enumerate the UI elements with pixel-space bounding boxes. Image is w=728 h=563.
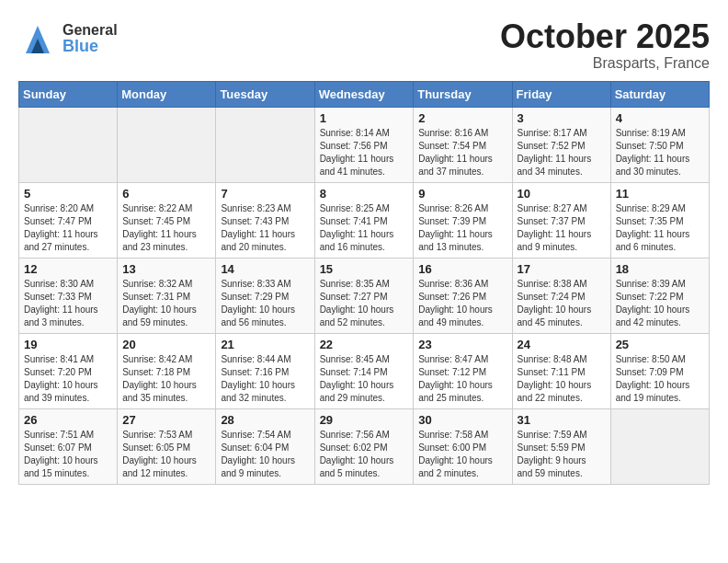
day-number: 26: [24, 413, 112, 427]
day-number: 9: [418, 187, 506, 201]
day-number: 31: [518, 413, 606, 427]
day-number: 28: [221, 413, 309, 427]
day-info: Sunrise: 8:14 AM Sunset: 7:56 PM Dayligh…: [320, 127, 409, 178]
calendar-cell: 10Sunrise: 8:27 AM Sunset: 7:37 PM Dayli…: [512, 182, 610, 258]
day-info: Sunrise: 8:39 AM Sunset: 7:22 PM Dayligh…: [616, 278, 704, 329]
day-info: Sunrise: 8:44 AM Sunset: 7:16 PM Dayligh…: [221, 353, 309, 405]
day-info: Sunrise: 8:47 AM Sunset: 7:12 PM Dayligh…: [418, 353, 506, 405]
calendar-cell: 13Sunrise: 8:32 AM Sunset: 7:31 PM Dayli…: [118, 258, 216, 333]
day-number: 3: [518, 111, 606, 125]
calendar-cell: 1Sunrise: 8:14 AM Sunset: 7:56 PM Daylig…: [314, 107, 414, 182]
calendar-cell: 22Sunrise: 8:45 AM Sunset: 7:14 PM Dayli…: [314, 333, 414, 408]
day-number: 7: [221, 187, 309, 201]
title-block: October 2025 Brasparts, France: [500, 18, 710, 72]
day-info: Sunrise: 7:51 AM Sunset: 6:07 PM Dayligh…: [24, 429, 112, 480]
day-info: Sunrise: 7:54 AM Sunset: 6:04 PM Dayligh…: [221, 429, 309, 480]
calendar-cell: 21Sunrise: 8:44 AM Sunset: 7:16 PM Dayli…: [216, 333, 314, 408]
weekday-header: Sunday: [19, 81, 118, 107]
calendar-cell: [216, 107, 314, 182]
weekday-header-row: SundayMondayTuesdayWednesdayThursdayFrid…: [19, 81, 710, 107]
day-info: Sunrise: 8:17 AM Sunset: 7:52 PM Dayligh…: [518, 127, 606, 178]
day-number: 22: [320, 338, 409, 351]
day-number: 16: [418, 262, 506, 276]
day-info: Sunrise: 8:38 AM Sunset: 7:24 PM Dayligh…: [518, 278, 606, 329]
calendar-cell: 30Sunrise: 7:58 AM Sunset: 6:00 PM Dayli…: [414, 408, 512, 484]
day-info: Sunrise: 8:22 AM Sunset: 7:45 PM Dayligh…: [122, 202, 210, 254]
day-info: Sunrise: 8:36 AM Sunset: 7:26 PM Dayligh…: [418, 278, 506, 329]
day-info: Sunrise: 8:35 AM Sunset: 7:27 PM Dayligh…: [320, 278, 409, 329]
calendar-week-row: 19Sunrise: 8:41 AM Sunset: 7:20 PM Dayli…: [19, 333, 710, 408]
calendar-cell: 16Sunrise: 8:36 AM Sunset: 7:26 PM Dayli…: [414, 258, 512, 333]
calendar-cell: 17Sunrise: 8:38 AM Sunset: 7:24 PM Dayli…: [512, 258, 610, 333]
logo-text: General Blue: [63, 23, 118, 54]
day-number: 17: [518, 262, 606, 276]
calendar-week-row: 5Sunrise: 8:20 AM Sunset: 7:47 PM Daylig…: [19, 182, 710, 258]
day-number: 20: [122, 338, 210, 351]
day-number: 1: [320, 111, 409, 125]
calendar-cell: [19, 107, 118, 182]
day-number: 14: [221, 262, 309, 276]
day-number: 25: [616, 338, 704, 351]
day-info: Sunrise: 8:27 AM Sunset: 7:37 PM Dayligh…: [518, 202, 606, 254]
calendar-cell: 25Sunrise: 8:50 AM Sunset: 7:09 PM Dayli…: [610, 333, 709, 408]
day-number: 19: [24, 338, 112, 351]
calendar-cell: 6Sunrise: 8:22 AM Sunset: 7:45 PM Daylig…: [118, 182, 216, 258]
calendar-week-row: 12Sunrise: 8:30 AM Sunset: 7:33 PM Dayli…: [19, 258, 710, 333]
day-number: 15: [320, 262, 409, 276]
calendar-cell: [118, 107, 216, 182]
day-number: 21: [221, 338, 309, 351]
calendar-cell: 11Sunrise: 8:29 AM Sunset: 7:35 PM Dayli…: [610, 182, 709, 258]
day-info: Sunrise: 8:42 AM Sunset: 7:18 PM Dayligh…: [122, 353, 210, 405]
month-title: October 2025: [500, 18, 710, 55]
weekday-header: Friday: [512, 81, 610, 107]
day-number: 29: [320, 413, 409, 427]
day-info: Sunrise: 8:23 AM Sunset: 7:43 PM Dayligh…: [221, 202, 309, 254]
page-header: General Blue October 2025 Brasparts, Fra…: [18, 18, 710, 72]
calendar-cell: 15Sunrise: 8:35 AM Sunset: 7:27 PM Dayli…: [314, 258, 414, 333]
day-number: 30: [418, 413, 506, 427]
calendar-cell: 14Sunrise: 8:33 AM Sunset: 7:29 PM Dayli…: [216, 258, 314, 333]
logo-general: General: [63, 23, 118, 38]
day-info: Sunrise: 8:41 AM Sunset: 7:20 PM Dayligh…: [24, 353, 112, 405]
day-number: 27: [122, 413, 210, 427]
calendar-cell: [610, 408, 709, 484]
calendar-cell: 20Sunrise: 8:42 AM Sunset: 7:18 PM Dayli…: [118, 333, 216, 408]
weekday-header: Saturday: [610, 81, 709, 107]
day-number: 23: [418, 338, 506, 351]
day-number: 11: [616, 187, 704, 201]
calendar-cell: 23Sunrise: 8:47 AM Sunset: 7:12 PM Dayli…: [414, 333, 512, 408]
day-info: Sunrise: 8:29 AM Sunset: 7:35 PM Dayligh…: [616, 202, 704, 254]
day-info: Sunrise: 8:50 AM Sunset: 7:09 PM Dayligh…: [616, 353, 704, 405]
calendar-table: SundayMondayTuesdayWednesdayThursdayFrid…: [18, 81, 710, 485]
day-info: Sunrise: 8:16 AM Sunset: 7:54 PM Dayligh…: [418, 127, 506, 178]
weekday-header: Thursday: [414, 81, 512, 107]
day-number: 12: [24, 262, 112, 276]
day-info: Sunrise: 8:19 AM Sunset: 7:50 PM Dayligh…: [616, 127, 704, 178]
calendar-cell: 7Sunrise: 8:23 AM Sunset: 7:43 PM Daylig…: [216, 182, 314, 258]
day-info: Sunrise: 7:56 AM Sunset: 6:02 PM Dayligh…: [320, 429, 409, 480]
logo-blue: Blue: [63, 38, 118, 54]
day-info: Sunrise: 8:20 AM Sunset: 7:47 PM Dayligh…: [24, 202, 112, 254]
day-info: Sunrise: 8:48 AM Sunset: 7:11 PM Dayligh…: [518, 353, 606, 405]
calendar-cell: 8Sunrise: 8:25 AM Sunset: 7:41 PM Daylig…: [314, 182, 414, 258]
day-info: Sunrise: 8:33 AM Sunset: 7:29 PM Dayligh…: [221, 278, 309, 329]
day-info: Sunrise: 7:59 AM Sunset: 5:59 PM Dayligh…: [518, 429, 606, 480]
calendar-cell: 18Sunrise: 8:39 AM Sunset: 7:22 PM Dayli…: [610, 258, 709, 333]
calendar-cell: 4Sunrise: 8:19 AM Sunset: 7:50 PM Daylig…: [610, 107, 709, 182]
day-info: Sunrise: 7:58 AM Sunset: 6:00 PM Dayligh…: [418, 429, 506, 480]
day-number: 18: [616, 262, 704, 276]
day-info: Sunrise: 8:30 AM Sunset: 7:33 PM Dayligh…: [24, 278, 112, 329]
calendar-cell: 5Sunrise: 8:20 AM Sunset: 7:47 PM Daylig…: [19, 182, 118, 258]
day-number: 8: [320, 187, 409, 201]
day-info: Sunrise: 8:26 AM Sunset: 7:39 PM Dayligh…: [418, 202, 506, 254]
day-info: Sunrise: 8:32 AM Sunset: 7:31 PM Dayligh…: [122, 278, 210, 329]
weekday-header: Tuesday: [216, 81, 314, 107]
day-number: 4: [616, 111, 704, 125]
day-number: 5: [24, 187, 112, 201]
logo: General Blue: [18, 18, 118, 59]
weekday-header: Wednesday: [314, 81, 414, 107]
weekday-header: Monday: [118, 81, 216, 107]
calendar-week-row: 26Sunrise: 7:51 AM Sunset: 6:07 PM Dayli…: [19, 408, 710, 484]
calendar-cell: 2Sunrise: 8:16 AM Sunset: 7:54 PM Daylig…: [414, 107, 512, 182]
calendar-cell: 24Sunrise: 8:48 AM Sunset: 7:11 PM Dayli…: [512, 333, 610, 408]
